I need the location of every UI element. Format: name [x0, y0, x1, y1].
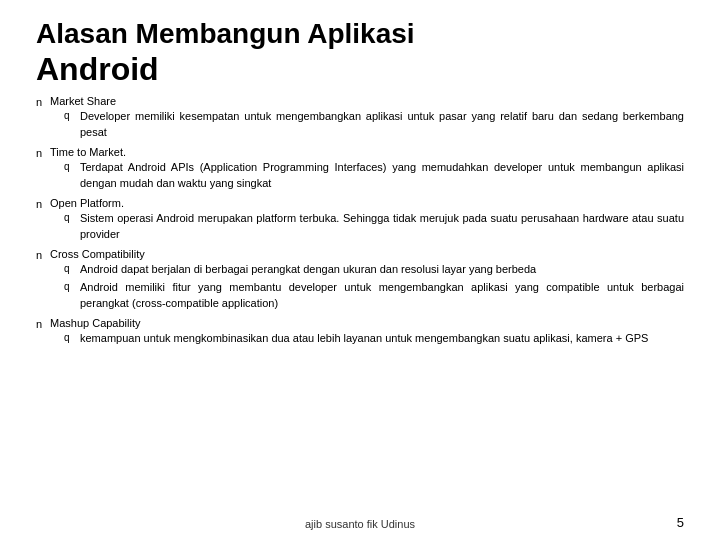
section-market-share: Market Share q Developer memiliki kesemp…	[50, 95, 684, 141]
sub-list-item: q kemampuan untuk mengkombinasikan dua a…	[64, 331, 684, 347]
page-title: Alasan Membangun Aplikasi	[36, 18, 684, 50]
sub-item-text: Developer memiliki kesempatan untuk meng…	[80, 109, 684, 141]
content-area: n Market Share q Developer memiliki kese…	[36, 95, 684, 346]
section-label: Mashup Capability	[50, 317, 141, 329]
sub-bullet-marker: q	[64, 262, 80, 278]
section-label: Market Share	[50, 95, 116, 107]
android-title: Android	[36, 52, 684, 87]
section-open-platform: Open Platform. q Sistem operasi Android …	[50, 197, 684, 243]
section-time-to-market: Time to Market. q Terdapat Android APIs …	[50, 146, 684, 192]
footer-center-text: ajib susanto fik Udinus	[305, 518, 415, 530]
sub-list-item: q Android dapat berjalan di berbagai per…	[64, 262, 684, 278]
list-item: n Time to Market. q Terdapat Android API…	[36, 146, 684, 192]
page: Alasan Membangun Aplikasi Android n Mark…	[0, 0, 720, 540]
sub-bullet-marker: q	[64, 109, 80, 141]
sub-bullet-marker: q	[64, 280, 80, 312]
footer: ajib susanto fik Udinus	[0, 518, 720, 530]
list-item: n Market Share q Developer memiliki kese…	[36, 95, 684, 141]
bullet-marker: n	[36, 197, 50, 243]
list-item: n Mashup Capability q kemampuan untuk me…	[36, 317, 684, 347]
bullet-marker: n	[36, 146, 50, 192]
sub-item-text: Terdapat Android APIs (Application Progr…	[80, 160, 684, 192]
sub-list-item: q Android memiliki fitur yang membantu d…	[64, 280, 684, 312]
section-cross-compatibility: Cross Compatibility q Android dapat berj…	[50, 248, 684, 312]
sub-item-text: Android dapat berjalan di berbagai peran…	[80, 262, 684, 278]
section-label: Cross Compatibility	[50, 248, 145, 260]
list-item: n Open Platform. q Sistem operasi Androi…	[36, 197, 684, 243]
bullet-marker: n	[36, 317, 50, 347]
page-number: 5	[677, 515, 684, 530]
sub-bullet-marker: q	[64, 160, 80, 192]
sub-bullet-marker: q	[64, 331, 80, 347]
list-item: n Cross Compatibility q Android dapat be…	[36, 248, 684, 312]
section-label: Time to Market.	[50, 146, 126, 158]
section-label: Open Platform.	[50, 197, 124, 209]
bullet-marker: n	[36, 95, 50, 141]
sub-list-item: q Sistem operasi Android merupakan platf…	[64, 211, 684, 243]
section-mashup-capability: Mashup Capability q kemampuan untuk meng…	[50, 317, 684, 347]
sub-item-text: Sistem operasi Android merupakan platfor…	[80, 211, 684, 243]
sub-item-text: Android memiliki fitur yang membantu dev…	[80, 280, 684, 312]
sub-list-item: q Terdapat Android APIs (Application Pro…	[64, 160, 684, 192]
sub-list-item: q Developer memiliki kesempatan untuk me…	[64, 109, 684, 141]
sub-bullet-marker: q	[64, 211, 80, 243]
sub-item-text: kemampuan untuk mengkombinasikan dua ata…	[80, 331, 684, 347]
bullet-marker: n	[36, 248, 50, 312]
